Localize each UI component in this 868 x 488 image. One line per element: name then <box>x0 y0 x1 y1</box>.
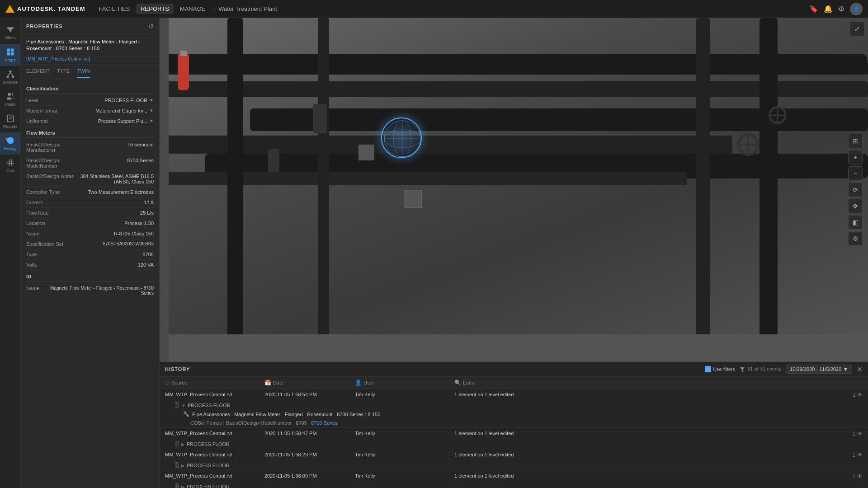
col-user: 👤 User <box>355 380 454 386</box>
row3-db-icon: 🗄 <box>174 483 179 488</box>
flow-meters-section: Flow Meters <box>26 127 154 138</box>
row1-db-icon: 🗄 <box>174 441 179 447</box>
app-logo[interactable]: AUTODESK. TANDEM <box>5 5 85 13</box>
file-name: (MM_WTP_Process Central.rvt) <box>21 56 159 65</box>
history-row-main-1[interactable]: MM_WTP_Process Central.rvt 2020-11-05 1:… <box>160 428 868 440</box>
3d-viewport[interactable]: ⊞ + − ⟳ ✥ ◧ ⚙ ⤢ <box>160 18 868 361</box>
prop-masterformat: MasterFormat Meters and Gages for... ▼ <box>26 106 154 116</box>
svg-line-8 <box>10 73 13 76</box>
row1-user: Tim Kelly <box>355 431 454 436</box>
sidebar-item-filters[interactable]: Filters <box>0 22 20 44</box>
pan-btn[interactable]: ✥ <box>848 199 863 213</box>
row2-count: 1 👁 <box>853 452 863 458</box>
row3-sub-level: 🗄 ▶ PROCESS FLOOR <box>160 482 868 488</box>
svg-rect-2 <box>7 52 10 56</box>
zoom-fit-btn[interactable]: ⊞ <box>848 134 863 148</box>
prop-notes: BasisOfDesign-Notes 304 Stainless Steel,… <box>26 171 154 187</box>
settings-view-btn[interactable]: ⚙ <box>848 231 863 246</box>
avatar[interactable]: 👤 <box>850 3 863 15</box>
history-title: HISTORY <box>165 366 190 372</box>
expand-btn[interactable]: ⤢ <box>850 22 864 36</box>
flange1 <box>313 104 327 133</box>
nav-reports[interactable]: REPORTS <box>136 4 174 14</box>
bell-icon[interactable]: 🔔 <box>824 5 833 13</box>
tab-twin[interactable]: TWIN <box>77 65 90 78</box>
row3-eye-icon[interactable]: 👁 <box>857 473 863 479</box>
flow-meter-wireframe <box>382 118 423 159</box>
prop-spec-set: Specification Set 870STSA020S1W0ESB3 <box>26 239 154 249</box>
events-count: 31 of 31 events <box>740 366 781 372</box>
sidebar-icons: Filters Props Sources <box>0 18 21 488</box>
properties-tabs: ELEMENT TYPE TWIN <box>21 65 159 79</box>
zoom-in-btn[interactable]: + <box>848 150 863 164</box>
nav-facilities[interactable]: FACILITIES <box>94 4 135 14</box>
history-row-1: MM_WTP_Process Central.rvt 2020-11-05 1:… <box>160 428 868 449</box>
main-layout: Filters Props Sources <box>0 18 868 488</box>
fire-extinguisher <box>178 54 189 90</box>
properties-header: PROPERTIES ↺ <box>21 18 159 35</box>
bookmark-icon[interactable]: 🔖 <box>809 5 818 13</box>
row1-eye-icon[interactable]: 👁 <box>857 431 863 437</box>
use-filters-checkbox[interactable]: ✓ <box>705 366 711 372</box>
history-row-main-0[interactable]: MM_WTP_Process Central.rvt 2020-11-05 1:… <box>160 389 868 401</box>
settings-icon[interactable]: ⚙ <box>838 5 844 13</box>
valve2 <box>769 106 787 124</box>
history-row-3: MM_WTP_Process Central.rvt 2020-11-05 1:… <box>160 470 868 488</box>
row0-db-icon: 🗄 <box>174 402 179 408</box>
orbit-btn[interactable]: ⟳ <box>848 183 863 197</box>
sidebar-item-history[interactable]: History <box>0 132 20 155</box>
history-icon <box>6 136 15 145</box>
row0-pipe-icon: 🔧 <box>183 411 189 417</box>
filter-icon <box>6 25 15 34</box>
row1-sub-level: 🗄 ▶ PROCESS FLOOR <box>160 440 868 449</box>
history-close-btn[interactable]: ✕ <box>857 365 863 374</box>
left-wall <box>160 18 169 361</box>
selected-flow-meter[interactable] <box>381 117 422 158</box>
history-row-0: MM_WTP_Process Central.rvt 2020-11-05 1:… <box>160 389 868 428</box>
row0-count: 1 👁 <box>853 392 863 398</box>
use-filters-check[interactable]: ✓ Use filters <box>705 366 735 372</box>
valve1-v <box>747 133 749 156</box>
history-content: MM_WTP_Process Central.rvt 2020-11-05 1:… <box>160 389 868 488</box>
row1-count: 1 👁 <box>853 431 863 437</box>
history-row-main-2[interactable]: MM_WTP_Process Central.rvt 2020-11-05 1:… <box>160 449 868 461</box>
search-col-icon[interactable]: 🔍 <box>454 380 461 386</box>
row0-eye-icon[interactable]: 👁 <box>857 392 863 398</box>
flange2 <box>268 149 279 172</box>
section-btn[interactable]: ◧ <box>848 215 863 230</box>
svg-marker-25 <box>740 367 745 372</box>
users-icon <box>6 92 15 101</box>
row2-entry: 1 element on 1 level edited <box>454 452 853 457</box>
sidebar-item-grid[interactable]: Grid <box>0 155 20 177</box>
logo-text: AUTODESK. TANDEM <box>17 5 85 12</box>
svg-rect-3 <box>10 52 14 56</box>
valve1 <box>737 133 760 156</box>
tab-element[interactable]: ELEMENT <box>26 65 50 78</box>
facility-name: Water Treatment Plant <box>218 5 277 12</box>
row0-new-val: 8700 Series <box>311 420 338 426</box>
properties-history-icon[interactable]: ↺ <box>148 23 154 30</box>
pipe-v3 <box>760 18 778 361</box>
sensor-box2 <box>404 190 422 208</box>
sidebar-item-reports[interactable]: Reports <box>0 110 20 132</box>
prop-location: Location Process-1.50 <box>26 218 154 229</box>
col-entry: 🔍 Entry <box>454 380 863 386</box>
history-row-main-3[interactable]: MM_WTP_Process Central.rvt 2020-11-05 1:… <box>160 470 868 482</box>
date-range-picker[interactable]: 10/29/2020 - 11/5/2020 ▼ <box>786 365 852 374</box>
pipe-mid-h <box>160 136 732 154</box>
reports-icon <box>6 114 15 123</box>
sidebar-item-props[interactable]: Props <box>0 44 20 66</box>
date-col-icon: 📅 <box>264 380 271 386</box>
sidebar-item-users[interactable]: Users <box>0 88 20 110</box>
prop-id-name: Name Magnetic Flow Meter - Flanged - Ros… <box>26 283 154 298</box>
element-name: Pipe Accessories : Magnetic Flow Meter -… <box>21 35 159 56</box>
tab-type[interactable]: TYPE <box>57 65 70 78</box>
svg-point-9 <box>8 93 11 96</box>
zoom-out-btn[interactable]: − <box>848 166 863 181</box>
valve2-v <box>777 106 778 124</box>
sidebar-item-sources[interactable]: Sources <box>0 66 20 88</box>
row2-db-icon: 🗄 <box>174 462 179 469</box>
nav-manage[interactable]: MANAGE <box>175 4 210 14</box>
row2-eye-icon[interactable]: 👁 <box>857 452 863 458</box>
row0-sub-element: 🔧 Pipe Accessories : Magnetic Flow Meter… <box>160 410 868 418</box>
